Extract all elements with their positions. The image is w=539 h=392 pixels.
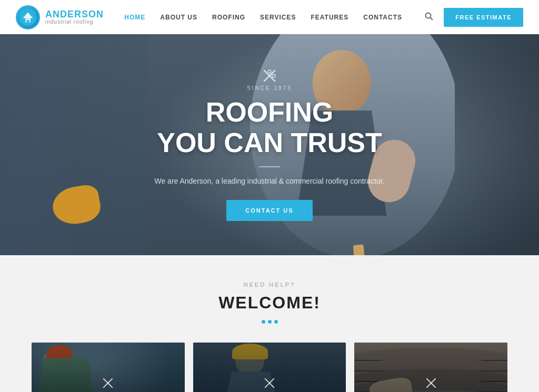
hero-subtitle: We are Anderson, a leading industrial & …	[154, 177, 384, 185]
svg-point-5	[426, 13, 431, 18]
card-roofing-systems[interactable]: NEW ROOFING SYSTEMS	[193, 343, 346, 392]
main-nav: HOME ABOUT US ROOFING SERVICES FEATURES …	[124, 14, 402, 21]
dot-1	[262, 320, 265, 324]
svg-line-6	[431, 17, 433, 20]
contact-button[interactable]: CONTACT US	[226, 200, 312, 221]
hero-since: SINCE 1973	[154, 68, 384, 91]
card-content-1: THE BEST WATERPROOFING	[32, 343, 185, 392]
logo-text: ANDERSON industrial roofing	[45, 9, 104, 25]
search-icon	[425, 12, 433, 21]
hero-content: SINCE 1973 ROOFING YOU CAN TRUST We are …	[154, 68, 384, 220]
svg-rect-3	[27, 19, 29, 22]
nav-contacts[interactable]: CONTACTS	[363, 14, 402, 21]
logo: ANDERSON industrial roofing	[16, 5, 104, 29]
dot-2	[268, 320, 272, 324]
svg-point-10	[272, 74, 275, 77]
nav-features[interactable]: FEATURES	[311, 14, 348, 21]
card-maintenance[interactable]: MAINTENANCE & REPAIR	[354, 343, 507, 392]
search-button[interactable]	[423, 10, 435, 25]
card-waterproofing[interactable]: THE BEST WATERPROOFING	[32, 343, 185, 392]
svg-point-4	[27, 13, 29, 16]
decorative-dots	[16, 320, 523, 324]
service-cards: THE BEST WATERPROOFING	[16, 343, 523, 392]
nav-home[interactable]: HOME	[124, 14, 145, 21]
nav-about[interactable]: ABOUT US	[160, 14, 197, 21]
card-tools-icon-2	[264, 377, 275, 389]
card-content-2: NEW ROOFING SYSTEMS	[193, 343, 346, 392]
card-tools-icon-1	[102, 377, 114, 389]
header: ANDERSON industrial roofing HOME ABOUT U…	[0, 0, 539, 34]
hero-tools-icon	[262, 68, 277, 83]
hero-title: ROOFING YOU CAN TRUST	[154, 97, 384, 157]
hero-section: SINCE 1973 ROOFING YOU CAN TRUST We are …	[0, 34, 539, 255]
svg-point-9	[268, 70, 271, 73]
free-estimate-button[interactable]: FREE ESTIMATE	[444, 8, 523, 27]
welcome-section: NEED HELP? WELCOME! THE BEST	[0, 255, 539, 392]
nav-roofing[interactable]: ROOFING	[212, 14, 245, 21]
logo-title: ANDERSON	[45, 9, 104, 19]
welcome-title: WELCOME!	[16, 293, 523, 313]
hero-divider	[259, 166, 280, 167]
hero-since-label: SINCE 1973	[247, 85, 292, 91]
dot-3	[274, 320, 278, 324]
logo-icon	[16, 5, 40, 29]
card-tools-icon-3	[425, 377, 437, 389]
nav-services[interactable]: SERVICES	[260, 14, 296, 21]
logo-subtitle: industrial roofing	[45, 19, 104, 25]
header-right: FREE ESTIMATE	[423, 8, 523, 27]
card-content-3: MAINTENANCE & REPAIR	[354, 343, 507, 392]
need-help-label: NEED HELP?	[16, 282, 523, 288]
